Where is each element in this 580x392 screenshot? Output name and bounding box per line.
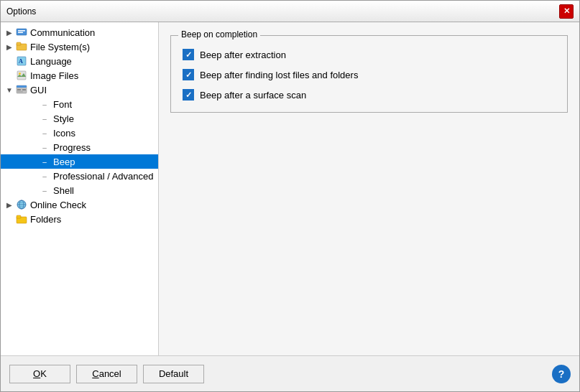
sidebar-item-shell[interactable]: ▶ – Shell [1,183,158,197]
sidebar-label-style: Style [53,113,74,124]
sidebar-item-font[interactable]: ▶ – Font [1,97,158,111]
sidebar-label-font: Font [53,99,72,110]
filesystem-icon [15,41,28,52]
sidebar-label-beep: Beep [53,157,75,167]
folders-icon [15,213,28,225]
sidebar-item-imagefiles[interactable]: ▶ Image Files [1,68,158,83]
checkbox-label-lost-files: Beep after finding lost files and folder… [200,70,358,80]
svg-rect-10 [17,85,27,88]
cancel-button[interactable]: Cancel [76,365,137,383]
window-title: Options [6,6,36,17]
sidebar-item-style[interactable]: ▶ – Style [1,111,158,126]
main-content: ▶ Communication ▶ [1,22,579,355]
communication-icon [15,27,28,38]
footer: OK Cancel Default ? [1,355,579,391]
svg-text:A: A [19,58,23,65]
expand-arrow-gui: ▼ [4,86,15,94]
icons-dot-icon: – [38,127,51,139]
imagefiles-icon [15,70,28,81]
sidebar-label-imagefiles: Image Files [30,70,78,81]
help-button[interactable]: ? [552,365,571,383]
sidebar-label-icons: Icons [53,128,75,139]
checkbox-surface-scan[interactable] [183,89,194,101]
content-panel: Beep on completion Beep after extraction… [159,22,579,355]
expand-arrow-communication: ▶ [4,29,15,37]
sidebar-item-filesystem[interactable]: ▶ File System(s) [1,39,158,54]
sidebar-item-progress[interactable]: ▶ – Progress [1,140,158,154]
sidebar-label-communication: Communication [30,27,95,38]
default-button[interactable]: Default [143,365,204,383]
sidebar-item-gui[interactable]: ▼ GUI [1,83,158,97]
checkbox-extraction[interactable] [183,49,194,60]
checkbox-lost-files[interactable] [183,69,194,80]
sidebar-label-progress: Progress [53,142,91,153]
svg-rect-4 [17,42,21,45]
shell-dot-icon: – [38,185,51,196]
sidebar-label-gui: GUI [30,85,47,95]
svg-rect-20 [17,215,21,218]
sidebar-item-communication[interactable]: ▶ Communication [1,25,158,39]
svg-rect-1 [18,30,25,32]
title-bar: Options ✕ [1,1,579,22]
sidebar-item-professional[interactable]: ▶ – Professional / Advanced [1,169,158,183]
checkbox-label-surface-scan: Beep after a surface scan [200,90,306,101]
sidebar-label-filesystem: File System(s) [30,42,90,52]
sidebar-label-language: Language [30,56,72,67]
sidebar-item-icons[interactable]: ▶ – Icons [1,126,158,140]
sidebar-item-onlinecheck[interactable]: ▶ Online Check [1,197,158,212]
gui-icon [15,84,28,95]
professional-dot-icon: – [38,170,51,182]
onlinecheck-icon [15,199,28,210]
language-icon: A [15,55,28,67]
checkbox-row-extraction: Beep after extraction [183,49,556,60]
ok-button[interactable]: OK [9,365,70,383]
svg-point-8 [19,73,21,75]
checkbox-row-surface-scan: Beep after a surface scan [183,89,556,101]
sidebar-item-beep[interactable]: ▶ – Beep [1,154,158,169]
sidebar-label-professional: Professional / Advanced [53,171,153,182]
sidebar-label-onlinecheck: Online Check [30,200,86,210]
sidebar-tree: ▶ Communication ▶ [1,22,159,355]
svg-rect-2 [18,32,23,34]
options-dialog: Options ✕ ▶ Communication ▶ [0,0,580,392]
svg-rect-12 [22,89,26,90]
svg-rect-13 [17,91,23,93]
font-dot-icon: – [38,98,51,110]
style-dot-icon: – [38,113,51,124]
sidebar-label-folders: Folders [30,214,61,225]
checkbox-row-lost-files: Beep after finding lost files and folder… [183,69,556,80]
sidebar-item-language[interactable]: ▶ A Language [1,54,158,68]
expand-arrow-onlinecheck: ▶ [4,201,15,209]
sidebar-item-folders[interactable]: ▶ Folders [1,212,158,226]
sidebar-label-shell: Shell [53,185,74,196]
expand-arrow-filesystem: ▶ [4,43,15,51]
svg-rect-11 [17,89,21,90]
beep-dot-icon: – [38,156,51,167]
checkbox-label-extraction: Beep after extraction [200,50,286,60]
progress-dot-icon: – [38,141,51,153]
group-box-title: Beep on completion [178,29,260,39]
close-button[interactable]: ✕ [559,4,574,19]
beep-group-box: Beep on completion Beep after extraction… [170,35,568,113]
